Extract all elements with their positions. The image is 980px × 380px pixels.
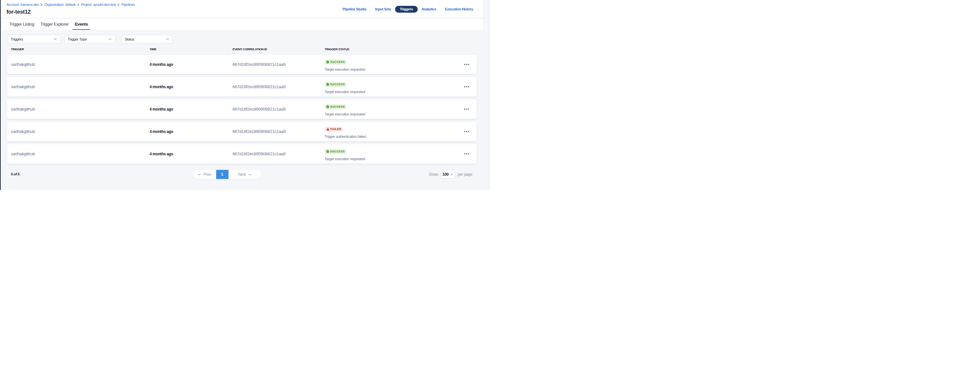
row-menu-cell (463, 150, 477, 158)
page-title: for-test12 (6, 9, 30, 15)
check-circle-icon (326, 150, 329, 153)
prev-page-button[interactable]: ← Prev (194, 170, 216, 179)
prev-page-label: Prev (204, 172, 211, 177)
status-message: Trigger authentication failed (325, 134, 463, 139)
row-menu-button[interactable] (463, 128, 471, 136)
filter-trigger-type-dropdown[interactable]: Trigger Type (64, 35, 116, 43)
ellipsis-dot (466, 86, 467, 87)
chevron-down-icon (450, 174, 453, 176)
filter-status-label: Status (125, 37, 135, 41)
ellipsis-dot (464, 64, 465, 65)
nav-triggers[interactable]: Triggers (395, 6, 418, 13)
trigger-status-cell: SUCCESS Target execution requested (321, 99, 463, 116)
nav-analytics[interactable]: Analytics (422, 7, 436, 11)
ellipsis-dot (466, 64, 467, 65)
nav-execution-history[interactable]: Execution History (445, 7, 473, 11)
row-menu-button[interactable] (463, 60, 471, 69)
row-menu-cell (463, 128, 477, 136)
status-badge-label: SUCCESS (330, 82, 345, 87)
table-row[interactable]: sarthakgithub 4 months ago 667d16f2ec895… (7, 99, 477, 119)
status-message: Target execution requested (325, 157, 463, 161)
scrollbar-gutter (483, 0, 489, 190)
nav-pipeline-studio[interactable]: Pipeline Studio (342, 7, 366, 11)
column-header-event-correlation-id: EVENT CORRELATION ID (229, 47, 321, 51)
status-badge-label: SUCCESS (330, 149, 345, 154)
status-message: Target execution requested (325, 112, 463, 116)
chevron-down-icon (54, 38, 57, 40)
page-size-select[interactable]: 100 (440, 170, 455, 179)
row-menu-button[interactable] (463, 83, 471, 91)
events-table: sarthakgithub 4 months ago 667d16f2ec895… (7, 55, 477, 167)
arrow-right-icon: → (248, 172, 251, 177)
ellipsis-dot (468, 131, 469, 132)
check-circle-icon (326, 61, 329, 64)
event-correlation-id: 667d16f2ec895908821c1aa9 (229, 84, 321, 89)
events-panel: Triggers Trigger Type Status TRIGGER TI (0, 30, 483, 190)
event-correlation-id: 667d16f2ec895908821c1aa9 (229, 62, 321, 67)
table-row[interactable]: sarthakgithub 4 months ago 667d16f2ec895… (7, 122, 477, 142)
event-correlation-id: 667d16f2ec895908821c1aa9 (229, 152, 321, 156)
status-badge: SUCCESS (325, 82, 346, 87)
ellipsis-dot (466, 153, 467, 154)
column-header-menu (463, 47, 477, 51)
table-header: TRIGGER TIME EVENT CORRELATION ID TRIGGE… (7, 47, 477, 51)
trigger-name: sarthakgithub (7, 62, 146, 67)
trigger-status-cell: SUCCESS Target execution requested (321, 55, 463, 71)
check-circle-icon (326, 83, 329, 86)
warning-icon (326, 128, 329, 131)
event-correlation-id: 667d16f2ec895908821c1aa9 (229, 107, 321, 112)
ellipsis-dot (468, 86, 469, 87)
page-header: Account: harness-dev Organization: defau… (0, 0, 483, 18)
chevron-right-icon (117, 3, 119, 6)
breadcrumb-organization[interactable]: Organization: default (45, 2, 75, 7)
status-badge: SUCCESS (325, 149, 346, 154)
column-header-time: TIME (146, 47, 229, 51)
tab-bar: Trigger Listing Trigger Explorer Events (0, 18, 483, 30)
event-time: 4 months ago (146, 85, 229, 89)
chevron-right-icon (77, 3, 80, 6)
ellipsis-dot (464, 86, 465, 87)
nav-input-sets[interactable]: Input Sets (375, 7, 391, 11)
trigger-name: sarthakgithub (7, 152, 146, 156)
ellipsis-dot (464, 153, 465, 154)
event-time: 4 months ago (146, 62, 229, 67)
ellipsis-dot (468, 153, 469, 154)
table-row[interactable]: sarthakgithub 4 months ago 667d16f2ec895… (7, 144, 477, 164)
next-page-label: Next (238, 172, 246, 177)
filter-triggers-dropdown[interactable]: Triggers (7, 35, 61, 43)
trigger-status-cell: SUCCESS Target execution requested (321, 144, 463, 161)
breadcrumb-pipelines[interactable]: Pipelines (121, 2, 135, 7)
chevron-down-icon (108, 38, 112, 40)
trigger-status-cell: FAILED Trigger authentication failed (321, 122, 463, 139)
tab-trigger-listing[interactable]: Trigger Listing (7, 18, 37, 30)
page-1-button[interactable]: 1 (216, 170, 229, 179)
status-badge: SUCCESS (325, 104, 346, 109)
column-header-trigger: TRIGGER (7, 47, 146, 51)
row-menu-button[interactable] (463, 105, 471, 113)
event-time: 4 months ago (146, 129, 229, 134)
table-row[interactable]: sarthakgithub 4 months ago 667d16f2ec895… (7, 55, 477, 75)
table-row[interactable]: sarthakgithub 4 months ago 667d16f2ec895… (7, 77, 477, 97)
per-page-label: per page (458, 172, 472, 177)
next-page-button[interactable]: Next → (229, 170, 261, 179)
tab-events[interactable]: Events (72, 18, 91, 30)
pipeline-section-nav: Pipeline Studio Input Sets Triggers Anal… (342, 0, 473, 18)
show-label: Show (429, 172, 438, 177)
breadcrumb: Account: harness-dev Organization: defau… (6, 2, 135, 7)
collapsed-side-nav[interactable] (0, 0, 1, 190)
breadcrumb-project[interactable]: Project: ayushi-dev-test (81, 2, 116, 7)
row-menu-button[interactable] (463, 150, 471, 158)
event-time: 4 months ago (146, 152, 229, 156)
row-menu-cell (463, 83, 477, 91)
page-size-control: Show 100 per page (429, 170, 472, 179)
filter-status-dropdown[interactable]: Status (121, 35, 173, 43)
status-message: Target execution requested (325, 90, 463, 94)
arrow-left-icon: ← (198, 172, 202, 177)
event-time: 4 months ago (146, 107, 229, 112)
tab-trigger-explorer[interactable]: Trigger Explorer (38, 18, 71, 30)
status-badge: FAILED (325, 127, 343, 132)
breadcrumb-account[interactable]: Account: harness-dev (6, 2, 39, 7)
trigger-name: sarthakgithub (7, 107, 146, 112)
filter-triggers-label: Triggers (11, 37, 23, 41)
status-badge-label: SUCCESS (330, 104, 345, 109)
